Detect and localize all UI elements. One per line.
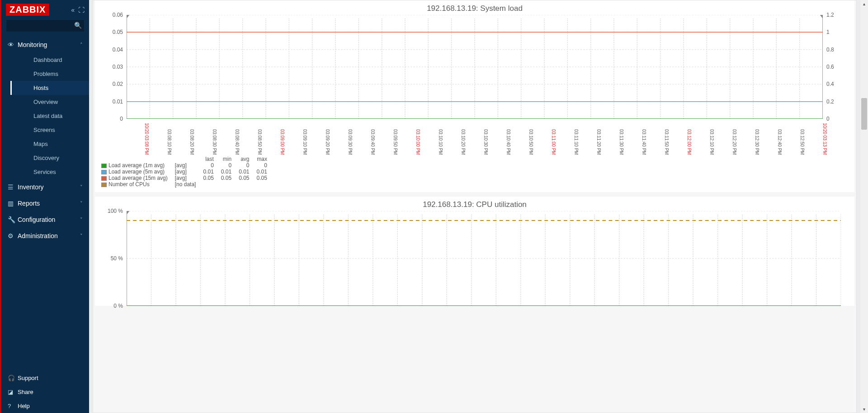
list-icon: ☰ — [8, 183, 18, 191]
chart-title: 192.168.13.19: CPU utilization — [95, 197, 854, 211]
sidebar: ZABBIX « ⛶ 🔍 👁 Monitoring ˄ DashboardPro… — [0, 0, 89, 413]
fullscreen-icon[interactable]: ⛶ — [78, 6, 85, 14]
sidebar-item-hosts[interactable]: Hosts — [10, 81, 89, 95]
nav-help[interactable]: ? Help — [1, 399, 89, 413]
chart-cpu-utilization: 192.168.13.19: CPU utilization 0 %50 %10… — [95, 197, 854, 306]
chevron-up-icon: ˄ — [80, 42, 83, 48]
eye-icon: 👁 — [8, 41, 18, 48]
nav-support[interactable]: 🎧 Support — [1, 371, 89, 385]
gear-icon: ⚙ — [8, 232, 18, 239]
sidebar-item-overview[interactable]: Overview — [10, 95, 89, 109]
scroll-thumb[interactable] — [861, 98, 867, 130]
monitoring-submenu: DashboardProblemsHostsOverviewLatest dat… — [1, 53, 89, 179]
search-input[interactable] — [6, 19, 85, 32]
sidebar-item-problems[interactable]: Problems — [10, 67, 89, 81]
chevron-down-icon: ˅ — [80, 233, 83, 239]
svg-marker-38 — [127, 15, 129, 19]
svg-marker-81 — [127, 211, 129, 215]
question-icon: ? — [8, 403, 18, 409]
nav-section-monitoring[interactable]: 👁 Monitoring ˄ — [1, 37, 89, 53]
sidebar-item-discovery[interactable]: Discovery — [10, 151, 89, 165]
sidebar-item-screens[interactable]: Screens — [10, 123, 89, 137]
chart-plot-area[interactable] — [127, 15, 823, 119]
headphones-icon: 🎧 — [8, 375, 18, 381]
chart-plot-area[interactable] — [127, 211, 841, 306]
scroll-track[interactable] — [860, 8, 868, 405]
chart-title: 192.168.13.19: System load — [95, 0, 854, 15]
chart-system-load: 192.168.13.19: System load 00.010.020.03… — [95, 0, 854, 192]
vertical-scrollbar[interactable]: ▴ ▾ — [860, 0, 868, 413]
chart-legend: lastminavgmaxLoad average (1m avg)[avg]0… — [95, 155, 854, 192]
nav-section-reports[interactable]: ▥ Reports ˅ — [1, 195, 89, 211]
chevron-down-icon: ˅ — [80, 201, 83, 206]
sidebar-item-maps[interactable]: Maps — [10, 137, 89, 151]
logo[interactable]: ZABBIX — [6, 4, 49, 16]
collapse-sidebar-icon[interactable]: « — [71, 6, 75, 14]
wrench-icon: 🔧 — [8, 216, 18, 223]
sidebar-item-dashboard[interactable]: Dashboard — [10, 53, 89, 67]
scroll-up-arrow[interactable]: ▴ — [860, 0, 868, 8]
share-icon: ◪ — [8, 389, 18, 395]
nav-share[interactable]: ◪ Share — [1, 385, 89, 399]
nav-section-administration[interactable]: ⚙ Administration ˅ — [1, 228, 89, 244]
nav-section-inventory[interactable]: ☰ Inventory ˅ — [1, 179, 89, 195]
chevron-down-icon: ˅ — [80, 184, 83, 190]
chart-icon: ▥ — [8, 200, 18, 207]
scroll-down-arrow[interactable]: ▾ — [860, 405, 868, 413]
sidebar-item-latest-data[interactable]: Latest data — [10, 109, 89, 123]
nav-section-configuration[interactable]: 🔧 Configuration ˅ — [1, 211, 89, 228]
chevron-down-icon: ˅ — [80, 217, 83, 223]
search-icon[interactable]: 🔍 — [74, 22, 82, 29]
sidebar-item-services[interactable]: Services — [10, 165, 89, 179]
